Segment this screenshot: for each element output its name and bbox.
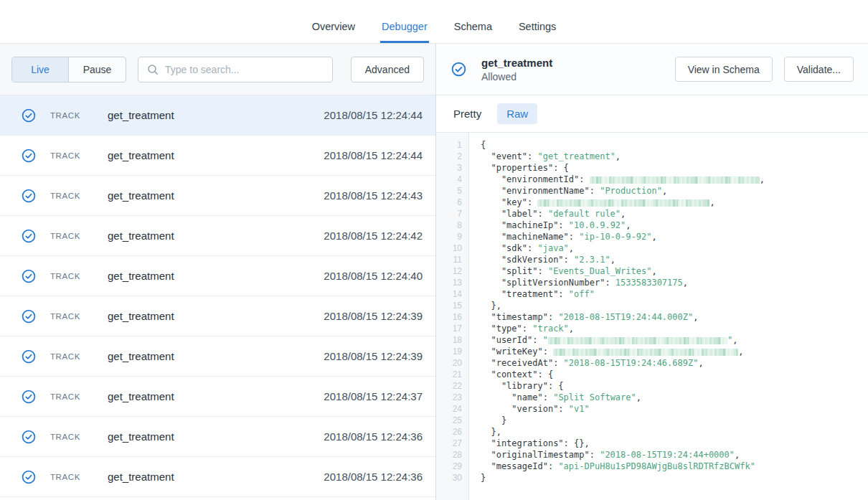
json-key: "userId": [481,335,543,345]
top-nav: Overview Debugger Schema Settings [0,0,868,44]
line-number: 18 [436,334,468,346]
code-line: "messageId": "api-DPuH8u1sPD98AWjgBu8slR… [481,461,868,472]
code-line: } [481,472,868,484]
code-line: }, [481,300,868,311]
line-number: 13 [436,277,468,288]
json-key: , [569,324,574,334]
event-timestamp: 2018/08/15 12:24:42 [324,230,423,242]
json-value: "api-DPuH8u1sPD98AWjgBu8slRDTRfzBCWfk" [558,461,755,471]
code-line: "version": "v1" [481,403,868,415]
event-timestamp: 2018/08/15 12:24:37 [324,390,423,402]
json-key: , [651,232,656,242]
event-row[interactable]: TRACKget_treatment2018/08/15 12:24:39 [0,296,435,336]
raw-json-viewer[interactable]: 1234567891011121314151617181920212223242… [436,133,868,500]
json-key: , [621,209,626,219]
code-line: "key": , [481,197,868,208]
json-key: "library": { [481,381,564,391]
search-box[interactable] [138,57,333,82]
json-value: "track" [532,324,569,334]
line-number: 15 [436,300,468,311]
redacted-value [537,199,709,207]
event-row[interactable]: TRACKget_treatment2018/08/15 12:24:36 [0,417,435,457]
event-row[interactable]: TRACKget_treatment2018/08/15 12:24:42 [0,216,435,256]
event-type-label: TRACK [50,392,93,401]
line-number: 10 [436,242,468,254]
tab-raw[interactable]: Raw [497,103,537,124]
json-key: }, [481,301,501,311]
json-key: } [481,473,486,483]
event-row[interactable]: TRACKget_treatment2018/08/15 12:24:43 [0,176,435,216]
search-input[interactable] [165,64,324,75]
tab-settings[interactable]: Settings [519,10,556,43]
json-key: "properties": { [481,163,569,173]
json-key: { [481,140,486,150]
json-key: , [636,392,641,402]
event-row[interactable]: TRACKget_treatment2018/08/15 12:24:40 [0,256,435,296]
json-key: , [760,174,765,184]
json-value: "2018-08-15T19:24:44.000Z" [558,312,693,322]
json-key: "label": [481,209,548,219]
code-line: { [481,139,868,151]
redacted-value [590,176,760,184]
json-key: , [698,358,703,368]
event-type-label: TRACK [50,111,93,120]
json-key: "name": [481,392,553,402]
event-timestamp: 2018/08/15 12:24:39 [324,350,423,362]
event-timestamp: 2018/08/15 12:24:40 [324,270,423,282]
json-key: "integrations": {}, [481,438,590,448]
tab-debugger[interactable]: Debugger [382,10,428,43]
line-number: 6 [436,197,468,208]
line-number-gutter: 1234567891011121314151617181920212223242… [436,133,469,500]
json-key: "machineIp": [481,220,569,230]
event-row[interactable]: TRACKget_treatment2018/08/15 12:24:36 [0,457,435,497]
json-value: "off" [569,289,595,299]
check-circle-icon [22,269,36,283]
advanced-button[interactable]: Advanced [351,57,424,82]
json-key: , [738,346,743,357]
line-number: 27 [436,438,468,449]
event-stream-panel: Live Pause Advanced TRACKget_treatment20… [0,44,436,500]
check-circle-icon [22,349,36,364]
line-number: 26 [436,426,468,438]
event-name: get_treatment [108,390,309,402]
event-row[interactable]: TRACKget_treatment2018/08/15 12:24:37 [0,377,435,417]
validate-button[interactable]: Validate... [784,57,854,82]
check-circle-icon [22,229,36,243]
code-line: "environmentName": "Production", [481,185,868,197]
json-value: "2018-08-15T19:24:44+0000" [600,450,735,460]
line-number: 9 [436,231,468,242]
code-line: "timestamp": "2018-08-15T19:24:44.000Z", [481,311,868,323]
event-timestamp: 2018/08/15 12:24:36 [324,430,423,443]
line-number: 11 [436,254,468,265]
code-line: "machineIp": "10.0.9.92", [481,220,868,231]
code-pane: { "event": "get_treatment", "properties"… [469,133,868,500]
event-row[interactable]: TRACKget_treatment2018/08/15 12:24:44 [0,95,435,136]
code-line: "treatment": "off" [481,288,868,300]
event-type-label: TRACK [50,433,93,441]
line-number: 24 [436,403,468,415]
event-row[interactable]: TRACKget_treatment2018/08/15 12:24:39 [0,336,435,377]
code-line: }, [481,426,868,438]
code-line: "splitVersionNumber": 1533583307175, [481,277,868,288]
redacted-value [548,337,727,344]
json-key: "machineName": [481,232,579,242]
event-row[interactable]: TRACKget_treatment2018/08/15 12:24:44 [0,136,435,176]
code-line: "split": "Events_Dual_Writes", [481,265,868,277]
json-key: "originalTimestamp": [481,450,600,460]
line-number: 23 [436,392,468,403]
json-value: 1533583307175 [615,278,683,288]
live-button[interactable]: Live [12,57,69,82]
code-line: "receivedAt": "2018-08-15T19:24:46.689Z"… [481,357,868,369]
view-in-schema-button[interactable]: View in Schema [675,57,773,82]
line-number: 4 [436,174,468,185]
code-line: "userId": "", [481,334,868,346]
pause-button[interactable]: Pause [69,57,126,82]
line-number: 21 [436,369,468,380]
line-number: 8 [436,220,468,231]
code-line: "context": { [481,369,868,380]
check-circle-icon [22,108,36,123]
json-value: "get_treatment" [537,151,615,161]
tab-overview[interactable]: Overview [312,10,355,43]
tab-schema[interactable]: Schema [454,10,492,43]
tab-pretty[interactable]: Pretty [453,103,481,124]
